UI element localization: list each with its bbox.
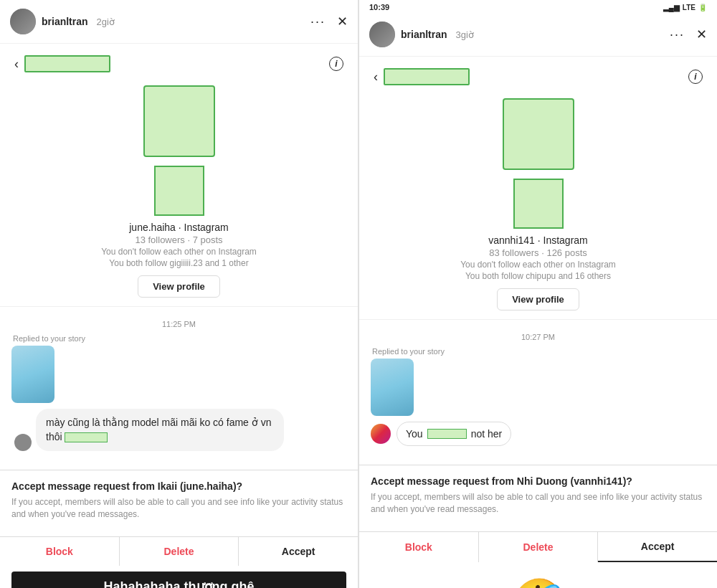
right-you-avatar	[371, 424, 391, 444]
left-close-button[interactable]: ✕	[337, 14, 348, 29]
left-username: brianltran	[42, 16, 88, 27]
left-header: brianltran 2giờ ··· ✕	[0, 0, 358, 44]
left-sticker: Hahahahaha thương ghê	[11, 572, 346, 588]
left-profile-stats: 13 followers · 7 posts	[135, 234, 222, 245]
left-back-row: ‹ i	[14, 55, 343, 72]
left-block-button[interactable]: Block	[0, 537, 120, 566]
right-status-icons: ▂▄▆ LTE 🔋	[663, 3, 707, 11]
right-header: brianltran 3giờ ··· ✕	[359, 13, 717, 57]
right-replied-label: Replied to your story	[372, 347, 706, 356]
left-back-arrow[interactable]: ‹	[14, 57, 19, 72]
right-view-profile-button[interactable]: View profile	[497, 288, 579, 310]
left-story-reply-thumb	[11, 346, 54, 403]
right-avatar	[369, 22, 395, 47]
right-profile-section: ‹ i vannhi141 · Instagram 83 followers ·…	[359, 57, 717, 320]
left-message-bubble: mày cũng là thằng model mãi mãi ko có fa…	[36, 409, 284, 451]
left-message-redacted	[65, 432, 108, 442]
left-delete-button[interactable]: Delete	[120, 537, 239, 566]
right-story-reply-thumb	[371, 359, 414, 416]
right-profile-stats: 83 followers · 126 posts	[489, 247, 587, 258]
right-accept-section: Accept message request from Nhi Duong (v…	[359, 465, 717, 531]
right-username: brianltran	[401, 29, 447, 40]
right-accept-subtitle: If you accept, members will also be able…	[371, 491, 706, 516]
left-profile-section: ‹ i june.haiha · Instagram 13 followers …	[0, 44, 358, 307]
right-emoji-sticker: 🤣	[359, 562, 717, 588]
left-accept-button[interactable]: Accept	[239, 537, 358, 566]
right-action-buttons: Block Delete Accept	[359, 531, 717, 562]
right-block-button[interactable]: Block	[359, 532, 479, 562]
left-avatar	[10, 9, 36, 34]
lte-label: LTE	[683, 4, 695, 11]
battery-icon: 🔋	[698, 4, 707, 11]
right-back-arrow[interactable]: ‹	[374, 70, 378, 85]
right-you-bubble: You not her	[397, 422, 511, 446]
right-profile-pic	[503, 98, 574, 170]
signal-icon: ▂▄▆	[663, 4, 680, 11]
right-status-time: 10:39	[369, 3, 389, 11]
right-status-bar: 10:39 ▂▄▆ LTE 🔋	[359, 0, 717, 13]
right-accept-title: Accept message request from Nhi Duong (v…	[371, 475, 706, 487]
left-time: 2giờ	[97, 16, 115, 27]
left-replied-label: Replied to your story	[13, 334, 346, 343]
right-you-text-end: not her	[471, 428, 503, 440]
left-sender-avatar	[14, 434, 32, 451]
right-you-text: You	[406, 428, 423, 440]
right-messages-section: 10:27 PM Replied to your story You not h…	[359, 320, 717, 459]
right-time: 3giờ	[456, 29, 474, 40]
right-delete-button[interactable]: Delete	[479, 532, 599, 562]
right-no-follow: You don't follow each other on Instagram	[460, 260, 616, 270]
right-profile-story-img	[513, 179, 564, 229]
right-more-button[interactable]: ···	[670, 27, 685, 42]
left-accept-section: Accept message request from Ikaii (june.…	[0, 470, 358, 536]
right-mutual: You both follow chipupu and 16 others	[465, 271, 611, 281]
right-profile-name-redacted	[384, 68, 470, 85]
left-info-icon[interactable]: i	[329, 57, 343, 71]
right-you-redacted	[427, 429, 467, 439]
left-profile-story-img	[154, 166, 204, 216]
right-time-divider: 10:27 PM	[371, 333, 706, 341]
left-profile-username: june.haiha · Instagram	[129, 222, 229, 233]
right-profile-username: vannhi141 · Instagram	[488, 234, 588, 246]
left-no-follow: You don't follow each other on Instagram	[101, 247, 257, 257]
left-view-profile-button[interactable]: View profile	[138, 275, 220, 298]
left-story-panel: brianltran 2giờ ··· ✕ ‹ i june.haiha · I…	[0, 0, 358, 588]
right-info-icon[interactable]: i	[688, 70, 703, 84]
right-accept-button[interactable]: Accept	[598, 532, 717, 562]
right-back-row: ‹ i	[374, 68, 703, 85]
left-profile-pic	[143, 85, 215, 157]
left-action-buttons: Block Delete Accept	[0, 536, 358, 566]
left-messages-section: 11:25 PM Replied to your story mày cũng …	[0, 307, 358, 464]
right-story-panel: 10:39 ▂▄▆ LTE 🔋 brianltran 3giờ ··· ✕ ‹ …	[358, 0, 717, 588]
left-profile-name-redacted	[24, 55, 110, 72]
right-close-button[interactable]: ✕	[696, 27, 707, 42]
left-accept-subtitle: If you accept, members will also be able…	[11, 496, 346, 521]
left-time-divider: 11:25 PM	[11, 320, 346, 328]
left-accept-title: Accept message request from Ikaii (june.…	[11, 480, 346, 492]
left-more-button[interactable]: ···	[310, 14, 326, 29]
right-you-message-row: You not her	[371, 422, 706, 446]
left-mutual: You both follow gigiiiii.23 and 1 other	[109, 258, 248, 268]
